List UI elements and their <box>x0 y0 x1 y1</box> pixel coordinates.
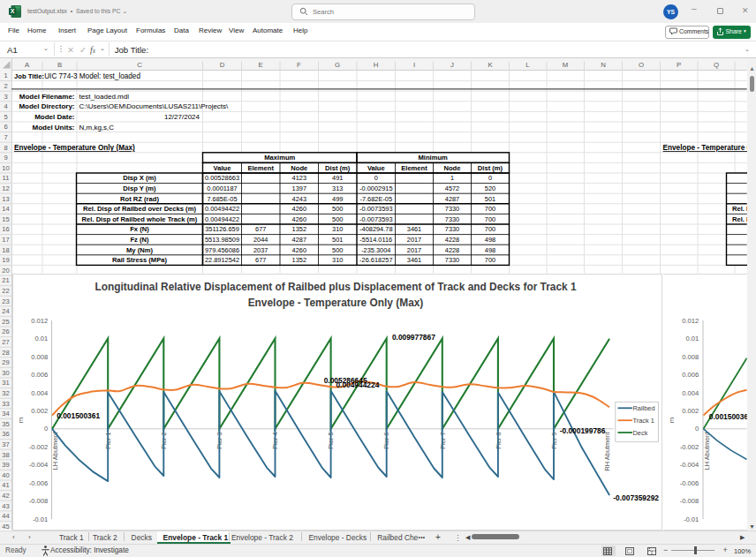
svg-text:RH Abutment: RH Abutment <box>603 433 611 471</box>
svg-text:0.012: 0.012 <box>682 317 699 325</box>
svg-text:0.002: 0.002 <box>31 407 48 415</box>
svg-text:0.012: 0.012 <box>31 317 48 325</box>
svg-text:Longitudinal Relative Displace: Longitudinal Relative Displacement of Ra… <box>94 281 577 293</box>
svg-text:m: m <box>668 418 676 424</box>
svg-text:0.006: 0.006 <box>31 371 48 379</box>
svg-text:0.002: 0.002 <box>682 407 699 415</box>
svg-text:0.01: 0.01 <box>34 335 48 342</box>
svg-text:LH Abutment: LH Abutment <box>703 433 711 470</box>
svg-text:-0.002: -0.002 <box>680 443 699 451</box>
svg-text:0.001500361: 0.001500361 <box>57 411 100 420</box>
svg-text:0: 0 <box>44 425 48 433</box>
svg-text:0.01: 0.01 <box>685 335 699 342</box>
svg-text:0.001500361: 0.001500361 <box>709 412 752 421</box>
svg-text:0: 0 <box>695 425 699 433</box>
svg-text:0.004944224: 0.004944224 <box>336 380 379 389</box>
svg-text:-0.008: -0.008 <box>680 497 699 505</box>
svg-text:-0.01: -0.01 <box>684 516 699 523</box>
svg-text:-0.000199786: -0.000199786 <box>560 426 606 435</box>
svg-text:Deck: Deck <box>633 429 648 437</box>
svg-text:-0.007359292: -0.007359292 <box>613 493 659 502</box>
svg-text:0.008: 0.008 <box>682 353 699 361</box>
svg-text:-0.004: -0.004 <box>29 461 49 469</box>
svg-text:-0.008: -0.008 <box>29 497 49 505</box>
svg-text:-0.006: -0.006 <box>680 479 699 487</box>
svg-text:-0.01: -0.01 <box>33 516 48 523</box>
svg-text:-0.002: -0.002 <box>29 443 49 451</box>
svg-text:Railbed: Railbed <box>633 404 655 412</box>
svg-text:0.004: 0.004 <box>31 389 48 397</box>
svg-text:0.006: 0.006 <box>682 371 699 379</box>
svg-text:0.008: 0.008 <box>31 353 48 361</box>
svg-text:-0.006: -0.006 <box>29 479 49 487</box>
svg-text:0.009977867: 0.009977867 <box>392 333 435 342</box>
svg-text:-0.004: -0.004 <box>680 461 699 469</box>
svg-text:m: m <box>17 418 25 424</box>
svg-text:Track 1: Track 1 <box>633 417 654 425</box>
svg-text:Envelope - Temperature Only (M: Envelope - Temperature Only (Max) <box>248 297 424 309</box>
svg-text:0.004: 0.004 <box>682 389 699 397</box>
